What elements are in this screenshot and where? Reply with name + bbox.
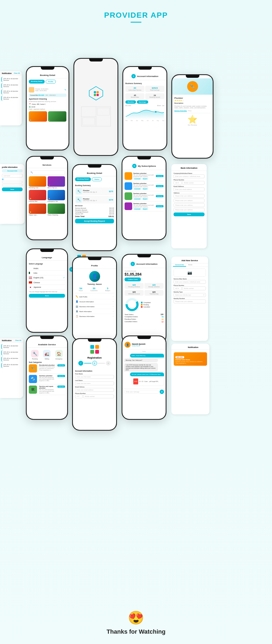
avail-subscribe-3[interactable]: Subscribe (57, 386, 65, 388)
category-helper[interactable]: 👷 Helper man... (29, 204, 46, 216)
menu-bank[interactable]: 🏦 Bank information › (75, 309, 114, 314)
tab-monthly[interactable]: Monthly (125, 100, 136, 104)
menu-business2[interactable]: 📋 Business information › (75, 314, 114, 319)
add-service-tab-1[interactable]: General Info (173, 263, 186, 267)
menu-account[interactable]: 👤 Account information › (75, 299, 114, 304)
discount-row-1: Service discount$14.00 (75, 207, 114, 209)
profile-info-title: profile information (2, 166, 23, 168)
screen-header: Services (27, 160, 67, 168)
country-code-reg[interactable]: +YY (75, 395, 83, 398)
tab-status-2[interactable]: Status (92, 177, 102, 181)
category-cleaning[interactable]: 🧹 Home Cleaning... (48, 204, 65, 216)
notif-item: 10% off on all plumber Services (1, 89, 20, 95)
subscribe-btn-4[interactable]: Subscribe (156, 205, 163, 207)
orders-row-3: Pending Orders 10 (125, 318, 163, 320)
sub-info-1: Sanitary plumber We are well equipped an… (133, 172, 155, 180)
notif-clear-2[interactable]: Clear All (15, 340, 21, 341)
phone-number[interactable]: Mobile number (182, 181, 205, 185)
search-bar[interactable]: 🔍 (29, 170, 65, 175)
menu-business[interactable]: 🏢 Business information › (75, 304, 114, 309)
sub-cat-label: Sub Categories (29, 361, 65, 363)
accept-btn[interactable]: Accept Booking Request (75, 219, 114, 223)
chat-user-info: Haseeb Qureshi Online Now ♦ (132, 343, 146, 347)
bank-field-4[interactable]: Please enter your address (174, 194, 205, 198)
profile-field-1[interactable]: username (2, 174, 23, 178)
collect-cash-btn[interactable]: Collect Cash (125, 278, 141, 281)
tab-booking-2[interactable]: Booking Detail (75, 177, 91, 181)
phone-code[interactable]: +92 ▾ (174, 181, 182, 185)
menu-business-inner: 🏢 Business information (76, 305, 95, 308)
tab-faqs[interactable]: FAQs (188, 110, 192, 112)
notif-item: 10% off on all plumber Services (1, 77, 20, 82)
add-service-tab-2[interactable]: Media (186, 263, 194, 267)
identity-type-select[interactable]: Select your identity type▾ (174, 293, 206, 297)
center-logo-phone (73, 58, 118, 156)
service-desc: Professional apartment cleaning services (29, 101, 66, 102)
edit-icon: ✏️ (76, 295, 78, 298)
avail-subscribe-1[interactable]: Subscribe (57, 364, 65, 366)
lang-chinese[interactable]: Chinese (29, 280, 65, 285)
cat-emergency[interactable]: 🏠 Emergency (55, 350, 63, 360)
phone-input-reg[interactable]: Mobile number (83, 395, 114, 398)
booking-detail-phone-2: Booking Detail Booking Detail Status Boo… (72, 164, 117, 251)
category-hair[interactable]: ✂️ Men's Hair an... (48, 176, 65, 189)
category-painting[interactable]: 🎨 Painting Man... (29, 190, 46, 202)
phone-code-2[interactable]: +92 ▾ (174, 286, 182, 290)
tab-service[interactable]: Service Overview (174, 110, 187, 112)
bank-field-7[interactable]: Please enter your address (174, 208, 205, 212)
profile-field-3[interactable] (2, 184, 23, 186)
chat-input[interactable]: Enter your message (124, 390, 159, 394)
tab-status[interactable]: Profile (46, 80, 56, 84)
category-emergency[interactable]: 🚨 Emergency Ser... (48, 190, 65, 202)
screen-header: M My Subscriptions (122, 160, 166, 170)
select-lang-label: Select Language (29, 263, 65, 265)
bank-field-6[interactable]: Please enter your address (174, 203, 205, 207)
avail-sub-img-3: 🛠 (29, 386, 37, 394)
stat-badges: 5 Badges (105, 287, 110, 291)
tab-earnings[interactable]: Earnings (137, 100, 148, 104)
phone-screen: Registration ✓ 2 3 Account Information F… (73, 339, 116, 430)
save-btn[interactable]: Save (2, 187, 23, 191)
donut-chart (125, 297, 140, 312)
selected-check: ✓ (63, 276, 65, 279)
lang-urdu[interactable]: Urdu (29, 271, 65, 275)
email-input[interactable]: Enter your email address (75, 388, 114, 392)
cat-label-hair: Men's Hair an... (48, 187, 65, 189)
bank-field-label-4: Address (174, 192, 205, 194)
menu-edit[interactable]: ✏️ Edit Profile › (75, 294, 114, 299)
stat-withdraw-amount: $35 Withdraw Amount (125, 290, 144, 296)
discount-row-2: Elevation discount$14.00 (75, 209, 114, 211)
phone-screen: Booking Detail Booking Detail Status Boo… (73, 165, 116, 250)
lang-arabic[interactable]: Arabic (29, 266, 65, 271)
bank-save-btn[interactable]: Save (174, 212, 205, 216)
cat-plumbing[interactable]: 🔧 Plumbing (31, 350, 39, 360)
phone-notch (40, 336, 54, 339)
subscribe-btn-1[interactable]: Subscribe (156, 175, 163, 177)
profile-field-2[interactable] (2, 181, 23, 183)
identity-num-input[interactable]: Please enter your address (174, 300, 206, 303)
mobile-input[interactable]: Mobile number (182, 286, 206, 290)
attachment-name: 10 - CV - Cover ... pdf Google PDF... (139, 381, 159, 382)
service-man-input[interactable]: Enter your company / individual name (174, 280, 206, 284)
chat-send-btn[interactable]: ➤ (160, 390, 164, 394)
account-info-btn[interactable]: Account Info (2, 169, 23, 172)
last-name-input[interactable]: Enter your last name (75, 381, 114, 385)
subscribe-btn-2[interactable]: Subscribe (156, 185, 163, 187)
notif-clear-1[interactable]: Clear All (14, 72, 20, 74)
subscribe-btn-3[interactable]: Subscribe (156, 195, 163, 197)
avail-subscribe-2[interactable]: Subscribe (57, 375, 65, 377)
phone-notch (89, 59, 103, 61)
last-name-label: Last Name (75, 380, 114, 381)
category-plumbing[interactable]: 🔧 Plumbing man... (29, 176, 46, 189)
bank-field-1[interactable]: Enter your company / individual name (174, 174, 205, 178)
notif-item: 10% off on all plumber Services (1, 83, 20, 88)
lang-save-btn[interactable]: Save (29, 294, 65, 298)
image-upload[interactable]: 📷 (174, 269, 206, 277)
bank-field-5[interactable]: Please enter your address (174, 199, 205, 202)
tab-booking[interactable]: Booking Detail (29, 80, 45, 84)
lang-english[interactable]: English (US) ✓ (29, 275, 65, 280)
bank-field-3[interactable]: Enter your email address (174, 187, 205, 191)
cat-shifting[interactable]: 🚛 Shifting (43, 350, 51, 360)
lang-japanese[interactable]: Japanese (29, 285, 65, 289)
first-name-input[interactable]: Enter your first name (75, 375, 114, 379)
